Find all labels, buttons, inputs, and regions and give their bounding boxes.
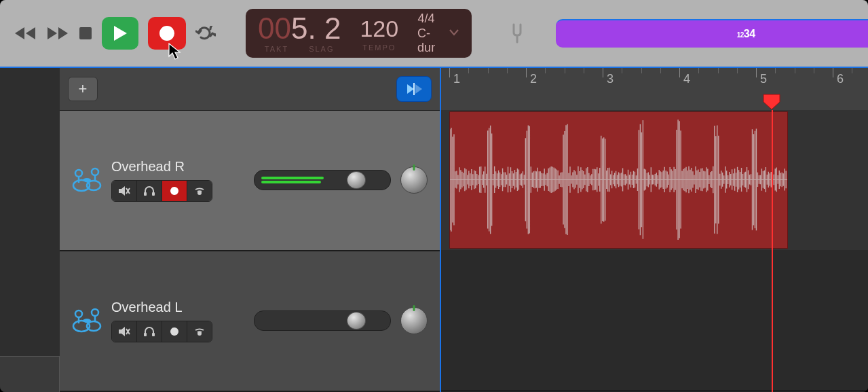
- lcd-tempo[interactable]: 120 TEMPO: [350, 16, 408, 52]
- track-button-group: [111, 180, 212, 202]
- svg-point-5: [83, 178, 91, 182]
- stop-icon: [79, 26, 92, 40]
- lcd-bars-beats: 005. 2: [258, 14, 341, 43]
- tracks-area: [441, 110, 868, 392]
- track-lane[interactable]: [441, 110, 868, 251]
- rewind-icon: [14, 26, 37, 41]
- svg-point-19: [170, 327, 178, 336]
- input-monitor-button[interactable]: [187, 181, 212, 201]
- playhead-marker[interactable]: [763, 94, 780, 110]
- ruler-bar-number: 4: [683, 72, 690, 86]
- record-dot-icon: [170, 186, 179, 196]
- countin-button[interactable]: 1234: [556, 19, 868, 48]
- svg-point-10: [170, 187, 178, 195]
- ruler-bar-number: 6: [837, 72, 844, 86]
- rewind-button[interactable]: [14, 20, 37, 47]
- volume-fader[interactable]: [254, 310, 391, 331]
- svg-rect-18: [152, 333, 155, 336]
- lcd-signature-key[interactable]: 4/4 C-dur: [408, 12, 445, 55]
- volume-fader[interactable]: [254, 170, 391, 190]
- track-header-row[interactable]: Overhead R: [60, 111, 440, 251]
- lcd-bars-dim: 00: [258, 12, 291, 45]
- cursor-icon: [168, 43, 183, 60]
- track-icon-drums: [72, 306, 102, 336]
- chevron-down-icon: [449, 26, 459, 37]
- control-bar: 005. 2 TAKT SLAG 120 TEMPO 4/4 C-dur: [0, 0, 868, 67]
- left-gutter: [0, 67, 60, 392]
- tuning-fork-icon: [508, 23, 526, 43]
- gutter-bottom-panel: [0, 356, 60, 392]
- play-button[interactable]: [102, 17, 138, 50]
- countin-label: 1234: [737, 28, 755, 40]
- cycle-icon: [195, 26, 216, 41]
- audio-region-recording[interactable]: [449, 111, 788, 249]
- bar-ruler[interactable]: 123456: [441, 68, 868, 111]
- input-monitor-icon: [193, 326, 206, 337]
- mute-button[interactable]: [112, 321, 136, 342]
- svg-point-1: [159, 26, 174, 41]
- mute-icon: [118, 185, 130, 196]
- track-button-group: [111, 321, 212, 342]
- pan-knob[interactable]: [400, 307, 428, 334]
- catch-playhead-button[interactable]: [396, 76, 432, 102]
- drums-icon: [72, 165, 102, 195]
- record-button[interactable]: [148, 17, 186, 50]
- headphones-icon: [143, 185, 155, 196]
- pan-knob[interactable]: [400, 166, 428, 194]
- record-enable-button[interactable]: [162, 181, 187, 201]
- lcd-label-beat: SLAG: [309, 45, 334, 53]
- record-dot-icon: [170, 327, 179, 336]
- forward-icon: [46, 26, 69, 41]
- lcd-bars-bright: 5.: [291, 12, 316, 45]
- track-icon-drums: [72, 165, 102, 195]
- svg-point-6: [75, 170, 82, 177]
- solo-button[interactable]: [136, 321, 162, 342]
- fader-thumb[interactable]: [347, 312, 366, 329]
- lcd-position[interactable]: 005. 2 TAKT SLAG: [248, 14, 350, 53]
- forward-button[interactable]: [46, 20, 69, 47]
- headphones-icon: [143, 326, 155, 337]
- tuner-button[interactable]: [508, 20, 526, 47]
- record-enable-button[interactable]: [162, 321, 187, 342]
- solo-button[interactable]: [136, 181, 162, 201]
- lcd-display: 005. 2 TAKT SLAG 120 TEMPO 4/4 C-dur: [246, 9, 472, 58]
- level-meter-r: [261, 181, 321, 183]
- catch-playhead-icon: [405, 82, 423, 96]
- lcd-disclosure[interactable]: [449, 26, 459, 40]
- stop-button[interactable]: [79, 20, 92, 47]
- plus-icon: +: [79, 80, 88, 98]
- main-area: +: [0, 67, 868, 392]
- mute-button[interactable]: [112, 181, 136, 201]
- svg-rect-17: [144, 333, 147, 336]
- ruler-bar-number: 5: [760, 72, 767, 86]
- arrange-area[interactable]: 123456: [441, 67, 868, 392]
- playhead-line: [772, 110, 773, 392]
- add-track-button[interactable]: +: [68, 77, 98, 101]
- input-monitor-icon: [193, 185, 206, 196]
- cycle-button[interactable]: [195, 20, 216, 47]
- lcd-label-tempo: TEMPO: [362, 43, 396, 52]
- record-icon: [159, 25, 175, 41]
- input-monitor-button[interactable]: [187, 321, 212, 342]
- svg-point-16: [92, 309, 98, 316]
- track-header-row[interactable]: Overhead L: [60, 251, 440, 392]
- track-header-panel: +: [60, 67, 441, 392]
- drums-icon: [72, 306, 102, 336]
- play-icon: [113, 25, 128, 41]
- lcd-tempo-value: 120: [360, 16, 398, 42]
- svg-rect-0: [79, 27, 92, 39]
- svg-point-15: [75, 310, 82, 317]
- track-lane[interactable]: [441, 250, 868, 391]
- svg-rect-2: [413, 83, 415, 95]
- svg-rect-9: [152, 192, 155, 196]
- ruler-bar-number: 3: [607, 72, 614, 86]
- fader-thumb[interactable]: [347, 171, 366, 189]
- ruler-bar-number: 1: [453, 72, 460, 86]
- level-meter-l: [261, 177, 324, 179]
- track-name-label: Overhead L: [111, 300, 244, 315]
- waveform: [450, 112, 787, 247]
- svg-rect-8: [144, 192, 147, 196]
- lcd-label-bar: TAKT: [265, 45, 288, 53]
- svg-point-7: [92, 168, 98, 175]
- ruler-bar-number: 2: [530, 72, 537, 86]
